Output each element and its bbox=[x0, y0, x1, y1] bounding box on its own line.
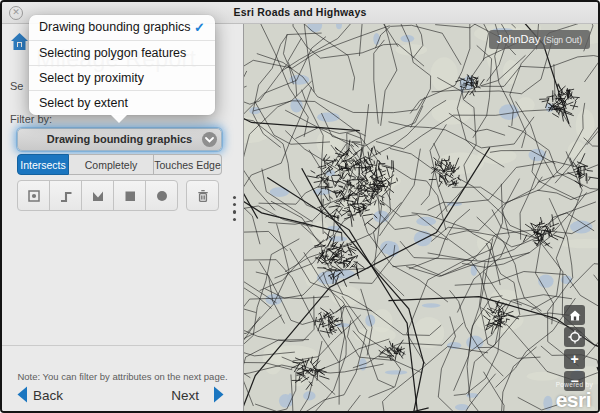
polyline-tool-button[interactable] bbox=[49, 180, 82, 211]
circle-tool-button[interactable] bbox=[145, 180, 178, 211]
trash-icon bbox=[195, 188, 211, 204]
map-controls: + − bbox=[564, 305, 585, 393]
polygon-tool-button[interactable] bbox=[81, 180, 114, 211]
chevron-down-icon bbox=[202, 132, 217, 147]
back-button[interactable]: Back bbox=[33, 388, 63, 403]
selection-method-dropdown[interactable]: Drawing bounding graphics bbox=[17, 128, 222, 151]
esri-brand: esri bbox=[556, 389, 593, 410]
map-view[interactable]: JohnDay (Sign Out) + − bbox=[243, 24, 598, 411]
map-home-button[interactable] bbox=[564, 305, 585, 325]
basemap-roads bbox=[244, 24, 598, 411]
map-home-icon bbox=[569, 310, 581, 321]
next-chevron-icon[interactable] bbox=[213, 386, 225, 407]
select-routes-label: Se bbox=[10, 80, 23, 92]
polyline-icon bbox=[58, 188, 74, 204]
spatial-relation-tabs: Intersects Completely Within Touches Edg… bbox=[17, 154, 222, 175]
next-button[interactable]: Next bbox=[171, 388, 199, 403]
point-tool-button[interactable] bbox=[17, 180, 50, 211]
powered-by-label: Powered by bbox=[556, 382, 593, 389]
rectangle-icon bbox=[122, 188, 138, 204]
clear-graphics-button[interactable] bbox=[186, 180, 219, 211]
point-icon bbox=[26, 188, 42, 204]
check-icon: ✓ bbox=[194, 15, 205, 40]
popup-callout-arrow bbox=[110, 114, 128, 123]
user-badge[interactable]: JohnDay (Sign Out) bbox=[489, 30, 590, 49]
locate-icon bbox=[568, 330, 582, 344]
app-window: ✕ Esri Roads and Highways Mileage Report… bbox=[0, 0, 600, 413]
user-name: JohnDay bbox=[497, 33, 540, 45]
tab-completely-within[interactable]: Completely Within bbox=[69, 154, 154, 175]
menu-item-selecting-polygon-features[interactable]: Selecting polygon features bbox=[29, 40, 215, 65]
esri-logo: Powered by esri bbox=[556, 382, 593, 411]
menu-item-drawing-bounding-graphics[interactable]: Drawing bounding graphics ✓ bbox=[29, 15, 215, 40]
selection-method-menu: Drawing bounding graphics ✓ Selecting po… bbox=[29, 15, 215, 115]
note-text: Note: You can filter by attributes on th… bbox=[2, 371, 243, 382]
footer-divider bbox=[2, 345, 243, 346]
draw-toolbar bbox=[17, 180, 219, 211]
circle-icon bbox=[154, 188, 170, 204]
locate-button[interactable] bbox=[564, 327, 585, 347]
back-chevron-icon[interactable] bbox=[16, 386, 28, 407]
rectangle-tool-button[interactable] bbox=[113, 180, 146, 211]
sign-out-link[interactable]: (Sign Out) bbox=[543, 35, 582, 45]
tab-intersects[interactable]: Intersects bbox=[17, 154, 69, 175]
polygon-icon bbox=[90, 188, 106, 204]
zoom-in-button[interactable]: + bbox=[564, 349, 585, 369]
menu-item-select-by-proximity[interactable]: Select by proximity bbox=[29, 65, 215, 90]
selection-method-value: Drawing bounding graphics bbox=[47, 133, 192, 145]
home-icon[interactable] bbox=[10, 32, 29, 56]
tab-touches-edge[interactable]: Touches Edge bbox=[154, 154, 222, 175]
menu-item-select-by-extent[interactable]: Select by extent bbox=[29, 90, 215, 115]
panel-resize-handle[interactable] bbox=[233, 196, 237, 225]
